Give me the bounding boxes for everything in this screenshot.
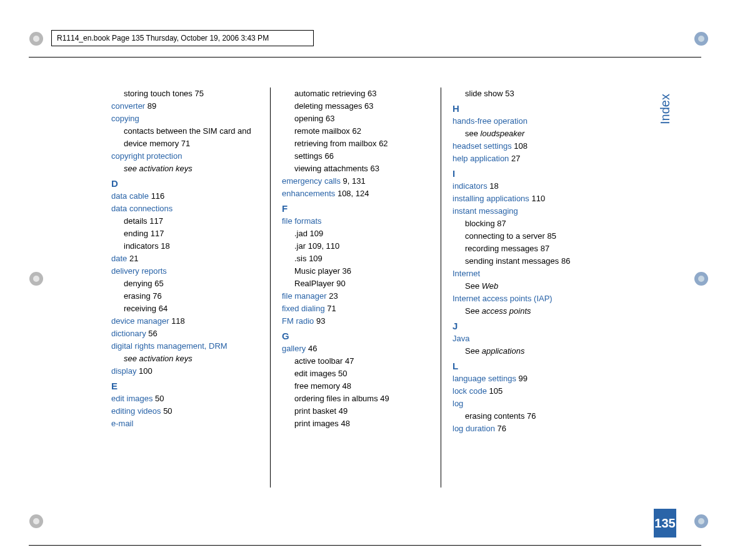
index-see-entry: See Web: [452, 280, 600, 292]
index-entry: instant messaging: [452, 205, 600, 218]
index-entry: active toolbar 47: [282, 355, 429, 368]
index-entry: dictionary 56: [111, 328, 259, 340]
index-entry: blocking 87: [452, 218, 600, 230]
index-letter-d: D: [111, 178, 259, 190]
index-see-entry: see activation keys: [111, 352, 259, 365]
index-entry: connecting to a server 85: [452, 230, 600, 242]
index-entry: delivery reports: [111, 265, 259, 278]
index-entry: RealPlayer 90: [282, 278, 429, 290]
index-entry: FM radio 93: [282, 315, 429, 328]
index-entry: settings 66: [282, 150, 429, 162]
index-entry: .jar 109, 110: [282, 240, 429, 252]
crop-corner-icon: [29, 31, 44, 46]
index-entry: converter 89: [111, 100, 259, 112]
index-entry: copyright protection: [111, 150, 259, 162]
index-entry: log: [452, 398, 600, 410]
svg-point-9: [33, 518, 39, 524]
index-letter-h: H: [452, 102, 600, 115]
index-letter-f: F: [282, 202, 429, 215]
print-crop-box: R1114_en.book Page 135 Thursday, October…: [51, 30, 314, 46]
index-entry: display 100: [111, 365, 259, 378]
index-entry: ending 117: [111, 228, 259, 240]
index-entry: Internet access points (IAP): [452, 292, 600, 305]
index-col-1: storing touch tones 75 converter 89 copy…: [100, 88, 270, 488]
index-entry: data cable 116: [111, 190, 259, 202]
index-entry: contacts between the SIM card and device…: [111, 125, 259, 150]
index-entry: data connections: [111, 202, 259, 215]
index-see-entry: See access points: [452, 305, 600, 318]
index-letter-g: G: [282, 330, 429, 342]
index-entry: deleting messages 63: [282, 100, 429, 112]
index-entry: details 117: [111, 215, 259, 228]
index-entry: indicators 18: [111, 240, 259, 252]
index-columns: storing touch tones 75 converter 89 copy…: [100, 88, 611, 488]
index-entry: free memory 48: [282, 380, 429, 392]
index-entry: log duration 76: [452, 422, 600, 435]
index-entry: fixed dialing 71: [282, 302, 429, 315]
index-entry: retrieving from mailbox 62: [282, 138, 429, 150]
index-entry: copying: [111, 112, 259, 125]
crop-side-icon: [694, 271, 709, 286]
svg-point-7: [698, 276, 704, 282]
index-col-2: automatic retrieving 63 deleting message…: [270, 88, 441, 488]
index-see-entry: see loudspeaker: [452, 128, 600, 140]
index-entry: erasing 76: [111, 290, 259, 302]
index-entry: emergency calls 9, 131: [282, 175, 429, 188]
index-see-entry: See applications: [452, 345, 600, 358]
index-entry: print basket 49: [282, 405, 429, 418]
side-tab-label: Index: [658, 94, 672, 124]
index-entry: print images 48: [282, 418, 429, 430]
index-entry: ordering files in albums 49: [282, 392, 429, 405]
svg-point-3: [698, 36, 704, 42]
index-entry: .jad 109: [282, 228, 429, 240]
index-entry: device manager 118: [111, 315, 259, 328]
index-entry: hands-free operation: [452, 115, 600, 128]
index-entry: sending instant messages 86: [452, 255, 600, 268]
index-col-3: slide show 53 H hands-free operation see…: [441, 88, 611, 488]
index-letter-e: E: [111, 380, 259, 392]
index-entry: denying 65: [111, 278, 259, 290]
index-entry: indicators 18: [452, 180, 600, 192]
index-letter-l: L: [452, 360, 600, 372]
index-entry: language settings 99: [452, 372, 600, 385]
page-number: 135: [654, 509, 676, 538]
crop-marks-text: R1114_en.book Page 135 Thursday, October…: [52, 31, 313, 46]
index-entry: remote mailbox 62: [282, 125, 429, 138]
index-entry: recording messages 87: [452, 242, 600, 255]
index-letter-i: I: [452, 168, 600, 180]
index-entry: installing applications 110: [452, 192, 600, 205]
index-entry: help application 27: [452, 152, 600, 165]
index-entry: lock code 105: [452, 385, 600, 398]
side-tab: Index 135: [654, 19, 676, 538]
crop-line-bottom: [29, 545, 701, 546]
svg-point-11: [698, 518, 704, 524]
index-entry: edit images 50: [282, 368, 429, 380]
crop-corner-icon: [694, 31, 709, 46]
index-entry: erasing contents 76: [452, 410, 600, 422]
index-entry: storing touch tones 75: [111, 88, 259, 100]
index-entry: gallery 46: [282, 342, 429, 355]
index-letter-j: J: [452, 320, 600, 332]
index-entry: editing videos 50: [111, 405, 259, 418]
svg-point-1: [33, 36, 39, 42]
index-entry: file manager 23: [282, 290, 429, 302]
index-entry: Internet: [452, 268, 600, 280]
crop-corner-icon: [29, 514, 44, 529]
index-entry: automatic retrieving 63: [282, 88, 429, 100]
index-entry: viewing attachments 63: [282, 162, 429, 175]
index-entry: date 21: [111, 252, 259, 265]
index-entry: .sis 109: [282, 252, 429, 265]
crop-corner-icon: [694, 514, 709, 529]
svg-point-5: [33, 276, 39, 282]
index-entry: Java: [452, 332, 600, 345]
index-entry: digital rights management, DRM: [111, 340, 259, 352]
index-see-entry: see activation keys: [111, 162, 259, 175]
index-entry: headset settings 108: [452, 140, 600, 152]
index-entry: file formats: [282, 215, 429, 228]
crop-line-top: [29, 57, 701, 58]
index-entry: slide show 53: [452, 88, 600, 100]
index-entry: e-mail: [111, 418, 259, 430]
index-entry: enhancements 108, 124: [282, 188, 429, 200]
index-entry: edit images 50: [111, 392, 259, 405]
crop-side-icon: [29, 271, 44, 286]
